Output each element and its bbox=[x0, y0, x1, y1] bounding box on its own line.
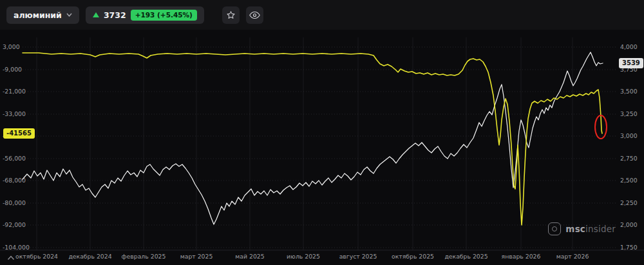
y-axis-label-right: 2,000 bbox=[620, 221, 638, 228]
right-axis-current-badge: 3539 bbox=[619, 58, 643, 68]
x-axis-label: октябрь 2024 bbox=[15, 253, 58, 260]
watermark-text: mscinsider bbox=[565, 224, 616, 234]
timeline-expander[interactable] bbox=[5, 253, 17, 262]
y-axis-label-left: -56,000 bbox=[3, 155, 26, 162]
x-axis-label: октябрь 2025 bbox=[392, 253, 434, 260]
y-axis-label-right: 3,000 bbox=[620, 132, 638, 139]
y-axis-label-left: -9,000 bbox=[3, 66, 22, 73]
x-axis-label: декабрь 2024 bbox=[68, 253, 111, 260]
left-axis-current-badge: -41565 bbox=[3, 128, 35, 139]
y-axis-label-left: 3,000 bbox=[3, 43, 20, 50]
x-axis-label: январь 2026 bbox=[502, 253, 541, 260]
mscinsider-logo-icon bbox=[548, 222, 561, 235]
x-axis-label: декабрь 2025 bbox=[444, 253, 488, 260]
x-axis-label: февраль 2025 bbox=[122, 253, 166, 260]
y-axis-label-left: -33,000 bbox=[3, 110, 26, 117]
price-chart[interactable]: октябрь 2024декабрь 2024февраль 2025март… bbox=[0, 0, 644, 265]
y-axis-label-left: -80,000 bbox=[3, 199, 26, 206]
white-line bbox=[23, 52, 603, 224]
y-axis-label-left: -104,000 bbox=[3, 244, 30, 251]
chevron-up-icon bbox=[7, 255, 15, 260]
y-axis-label-right: 4,000 bbox=[620, 43, 638, 50]
y-axis-label-right: 3,500 bbox=[620, 88, 638, 95]
y-axis-label-right: 2,250 bbox=[620, 199, 638, 206]
y-axis-label-left: -92,000 bbox=[3, 221, 26, 228]
y-axis-label-right: 1,750 bbox=[620, 244, 638, 251]
y-axis-label-right: 2,500 bbox=[620, 177, 638, 184]
x-axis-label: июль 2025 bbox=[287, 253, 320, 260]
y-axis-label-right: 2,750 bbox=[620, 155, 638, 162]
trading-chart-app: алюминий 3732 +193 (+5.45%) октябрь 2024… bbox=[0, 0, 644, 265]
x-axis-label: март 2026 bbox=[556, 253, 589, 260]
y-axis-label-right: 3,250 bbox=[620, 110, 638, 117]
watermark: mscinsider bbox=[548, 222, 616, 235]
y-axis-label-left: -21,000 bbox=[3, 88, 26, 95]
yellow-line bbox=[23, 53, 602, 225]
x-axis-label: март 2025 bbox=[180, 253, 213, 260]
x-axis-label: май 2025 bbox=[235, 253, 264, 260]
x-axis-label: август 2025 bbox=[339, 253, 377, 260]
y-axis-label-left: -68,000 bbox=[3, 177, 26, 184]
